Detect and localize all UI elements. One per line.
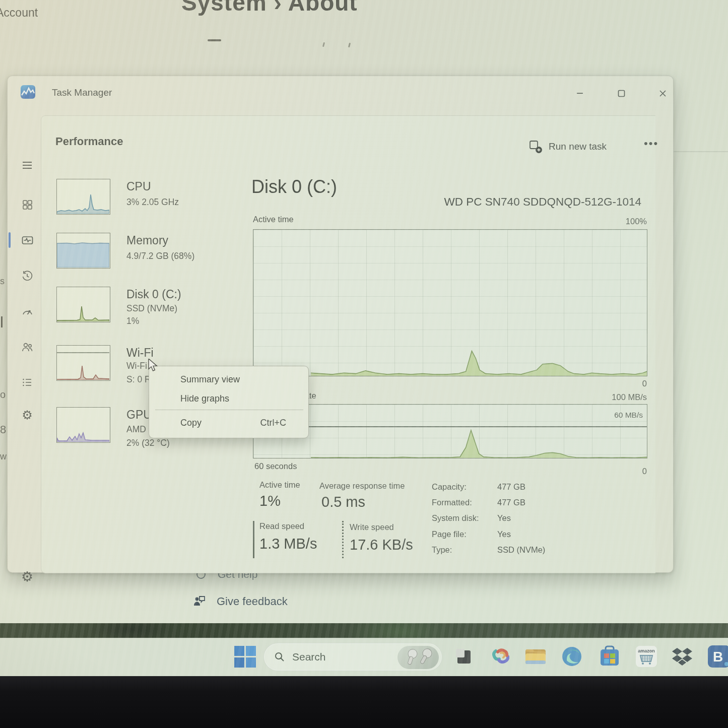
wifi-thumbnail-graph <box>56 345 110 381</box>
nav-services[interactable]: ⚙ <box>20 408 35 423</box>
startup-apps-icon <box>21 306 34 318</box>
minimize-button[interactable] <box>568 85 591 101</box>
system-disk-label: System disk: <box>432 513 479 523</box>
minimize-icon <box>576 90 583 97</box>
metric-name: Disk 0 (C:) <box>126 288 181 301</box>
microsoft-store-icon <box>599 645 620 668</box>
maximize-icon <box>618 90 625 97</box>
settings-dash-fragment <box>208 39 221 41</box>
desktop-wallpaper <box>0 623 728 638</box>
metric-detail: SSD (NVMe) <box>126 303 177 314</box>
settings-nav-fragment-bar <box>1 316 3 327</box>
page-title: Performance <box>55 135 123 148</box>
capacity-value: 477 GB <box>497 482 525 492</box>
gpu-thumbnail-graph <box>56 407 110 443</box>
start-button[interactable] <box>233 644 257 669</box>
menu-item-label: Summary view <box>180 374 240 385</box>
menu-item-copy[interactable]: Copy Ctrl+C <box>154 414 304 432</box>
menu-item-hide-graphs[interactable]: Hide graphs <box>154 389 304 408</box>
settings-breadcrumb: System › About <box>181 0 358 16</box>
metric-detail: 3% 2.05 GHz <box>126 197 179 208</box>
type-label: Type: <box>432 545 452 555</box>
close-icon <box>659 90 667 97</box>
memory-thumbnail-graph <box>56 233 110 269</box>
nav-performance-selected[interactable] <box>20 233 35 248</box>
active-time-stat-value: 1% <box>259 493 281 509</box>
menu-separator <box>155 410 303 410</box>
taskbar-search[interactable]: Search <box>263 643 442 671</box>
maximize-button[interactable] <box>610 85 633 101</box>
menu-item-summary-view[interactable]: Summary view <box>154 370 304 388</box>
context-menu: Summary view Hide graphs Copy Ctrl+C <box>149 366 309 438</box>
type-value: SSD (NVMe) <box>497 545 545 555</box>
file-explorer-button[interactable] <box>523 644 548 669</box>
edge-browser-button[interactable] <box>560 644 584 669</box>
settings-nav-account-label: Account <box>0 6 38 20</box>
transfer-rate-graph[interactable]: 60 MB/s <box>253 404 647 458</box>
search-highlight-image-earbuds <box>398 646 439 669</box>
booking-app-button[interactable]: B <box>707 644 728 669</box>
close-button[interactable] <box>651 85 674 101</box>
page-file-value: Yes <box>497 530 511 539</box>
settings-artifact-mark <box>322 42 325 47</box>
transfer-rate-max-label: 100 MB/s <box>612 392 647 402</box>
task-manager-titlebar[interactable]: Task Manager <box>8 76 673 106</box>
settings-gear-icon: ⚙ <box>21 569 33 584</box>
copilot-button[interactable] <box>489 644 513 669</box>
capacity-label: Capacity: <box>432 482 467 492</box>
active-time-graph[interactable] <box>253 229 647 376</box>
microsoft-store-button[interactable] <box>598 644 622 669</box>
metric-row-memory[interactable]: Memory 4.9/7.2 GB (68%) <box>49 233 251 279</box>
nav-startup-apps[interactable] <box>20 304 35 319</box>
metric-detail2: 2% (32 °C) <box>126 438 170 448</box>
disk-model: WD PC SN740 SDDQNQD-512G-1014 <box>444 195 641 209</box>
nav-app-history[interactable] <box>20 269 35 284</box>
active-time-graph-label: Active time <box>253 215 294 224</box>
details-icon <box>21 376 33 388</box>
taskbar: Search <box>0 638 728 676</box>
x-axis-label: 60 seconds <box>254 461 297 471</box>
more-options-button[interactable]: ••• <box>644 137 658 150</box>
menu-item-label: Copy <box>180 418 202 428</box>
nav-users[interactable] <box>20 340 35 355</box>
task-manager-app-icon <box>21 85 35 99</box>
task-manager-window: Task Manager <box>7 76 674 573</box>
nav-details[interactable] <box>20 375 35 390</box>
dropbox-button[interactable] <box>670 644 694 669</box>
metric-detail2: S: 0 R <box>126 374 151 385</box>
amazon-button[interactable]: amazon <box>634 644 658 669</box>
settings-button[interactable]: ⚙ <box>20 569 35 584</box>
settings-artifact-mark <box>348 43 351 47</box>
metric-name: Wi-Fi <box>126 346 154 360</box>
give-feedback-label: Give feedback <box>217 595 288 608</box>
settings-nav-fragment: s <box>0 276 5 287</box>
active-time-stat-label: Active time <box>259 480 300 490</box>
task-manager-nav-rail: ⚙ ⚙ <box>8 106 41 573</box>
metric-row-disk[interactable]: Disk 0 (C:) SSD (NVMe) 1% <box>49 287 251 333</box>
hamburger-menu-button[interactable] <box>20 158 35 173</box>
file-explorer-icon <box>524 646 547 667</box>
active-time-zero-label: 0 <box>642 379 647 388</box>
give-feedback-link[interactable]: Give feedback <box>192 594 288 609</box>
search-placeholder: Search <box>292 651 326 663</box>
nav-processes[interactable] <box>20 197 35 212</box>
performance-panel: Performance Run new task ••• CPU <box>41 115 655 573</box>
selected-tab-indicator <box>9 232 11 248</box>
settings-nav-fragment: o <box>0 389 6 401</box>
formatted-label: Formatted: <box>432 498 472 507</box>
run-new-task-button[interactable]: Run new task <box>529 136 630 157</box>
hamburger-icon <box>21 159 33 171</box>
svg-text:amazon: amazon <box>638 648 655 653</box>
menu-item-shortcut: Ctrl+C <box>260 418 286 428</box>
page-file-label: Page file: <box>432 530 467 539</box>
amazon-icon: amazon <box>635 645 657 668</box>
run-new-task-icon <box>529 140 543 154</box>
metric-row-cpu[interactable]: CPU 3% 2.05 GHz <box>49 179 251 225</box>
active-time-max-label: 100% <box>626 217 647 226</box>
read-speed-label: Read speed <box>259 521 304 531</box>
laptop-bezel: acer <box>0 676 728 728</box>
avg-response-stat-value: 0.5 ms <box>321 494 365 510</box>
task-view-button[interactable] <box>451 644 476 669</box>
menu-item-label: Hide graphs <box>180 393 229 404</box>
copilot-icon <box>491 646 512 667</box>
